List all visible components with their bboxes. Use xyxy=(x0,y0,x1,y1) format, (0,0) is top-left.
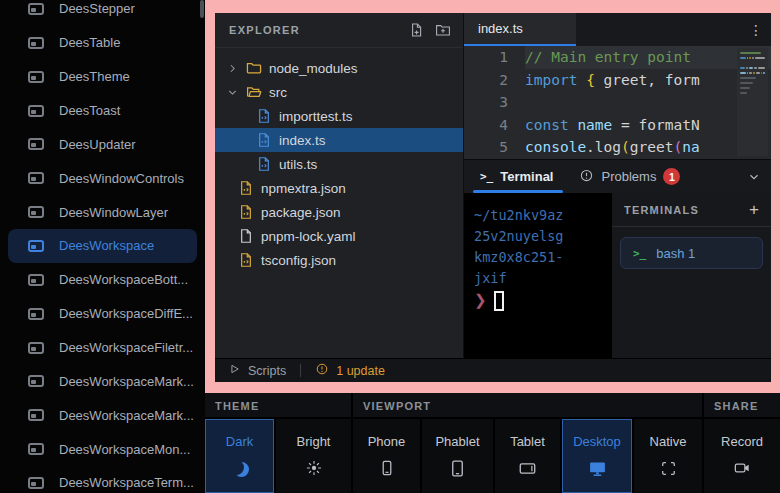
tree-item-label: tsconfig.json xyxy=(261,253,336,268)
sidebar-item-deestoast[interactable]: DeesToast xyxy=(8,94,197,128)
sidebar-item-deesworkspacemon[interactable]: DeesWorkspaceMon... xyxy=(8,432,197,466)
terminal-cursor xyxy=(494,291,504,311)
component-icon xyxy=(28,274,44,286)
sidebar-item-deesworkspacefiletr[interactable]: DeesWorkspaceFiletr... xyxy=(8,331,197,365)
chevron-down-icon[interactable] xyxy=(225,86,239,99)
sidebar-item-deesworkspacebott[interactable]: DeesWorkspaceBott... xyxy=(8,263,197,297)
catalog-toolbar: THEMEVIEWPORTSHARE DarkBrightPhonePhable… xyxy=(205,393,780,493)
editor-tab-index-ts[interactable]: index.ts xyxy=(464,13,576,46)
sidebar-item-label: DeesWorkspaceDiffE... xyxy=(59,306,193,321)
sidebar-item-label: DeesStepper xyxy=(59,1,135,16)
toolbar-button-label: Phone xyxy=(368,434,406,449)
sidebar-item-deesworkspaceterm[interactable]: DeesWorkspaceTerm... xyxy=(8,466,197,493)
sidebar-item-deesworkspacemark[interactable]: DeesWorkspaceMark... xyxy=(8,364,197,398)
explorer-header: EXPLORER xyxy=(215,13,463,48)
phablet-button[interactable]: Phablet xyxy=(422,419,493,493)
new-file-icon[interactable] xyxy=(409,22,425,38)
editor-column: index.ts ⋮ 1// Main entry point2import {… xyxy=(463,13,771,358)
shell-prompt: ❯ xyxy=(474,290,487,311)
desktop-icon xyxy=(588,458,607,478)
dark-button[interactable]: Dark xyxy=(205,419,274,493)
sidebar-item-deeswindowlayer[interactable]: DeesWindowLayer xyxy=(8,195,197,229)
sidebar-item-deestable[interactable]: DeesTable xyxy=(8,26,197,60)
phone-button[interactable]: Phone xyxy=(353,419,420,493)
tab-terminal-label: Terminal xyxy=(500,169,553,184)
sidebar-scrollbar[interactable] xyxy=(200,0,204,18)
toolbar-button-label: Bright xyxy=(297,434,331,449)
tab-terminal[interactable]: >_ Terminal xyxy=(480,160,553,193)
code-lines: 1// Main entry point2import { greet, for… xyxy=(464,46,771,159)
toolbar-section-share: SHARE xyxy=(704,393,780,417)
sidebar-item-label: DeesUpdater xyxy=(59,137,136,152)
sidebar-item-deestheme[interactable]: DeesTheme xyxy=(8,60,197,94)
tree-item-index-ts[interactable]: index.ts xyxy=(215,128,463,152)
sidebar-item-deesworkspacediffe[interactable]: DeesWorkspaceDiffE... xyxy=(8,297,197,331)
scripts-button[interactable]: Scripts xyxy=(227,362,286,379)
tree-item-tsconfig-json[interactable]: tsconfig.json xyxy=(215,248,463,272)
component-icon xyxy=(28,138,44,150)
chevron-down-icon[interactable] xyxy=(747,160,761,193)
json-file-icon xyxy=(238,180,254,196)
toolbar-button-label: Dark xyxy=(226,434,253,449)
sidebar-item-deesstepper[interactable]: DeesStepper xyxy=(8,0,197,26)
toolbar-button-label: Phablet xyxy=(435,434,479,449)
tree-item-package-json[interactable]: package.json xyxy=(215,200,463,224)
line-number: 3 xyxy=(464,91,508,114)
component-icon xyxy=(28,37,44,49)
new-folder-icon[interactable] xyxy=(435,22,451,38)
terminal-output[interactable]: ~/tu2nkv9az25v2nuyelsgkmz0x8c251-jxif ❯ xyxy=(464,193,610,358)
native-button[interactable]: Native xyxy=(634,419,702,493)
phone-icon xyxy=(378,458,396,478)
tree-item-node-modules[interactable]: node_modules xyxy=(215,56,463,80)
tree-item-pnpm-lock-yaml[interactable]: pnpm-lock.yaml xyxy=(215,224,463,248)
terminal-line: jxif xyxy=(474,268,610,289)
sidebar-item-deesworkspacemark[interactable]: DeesWorkspaceMark... xyxy=(8,398,197,432)
toolbar-button-label: Native xyxy=(650,434,687,449)
kebab-menu-icon[interactable]: ⋮ xyxy=(749,13,763,46)
sidebar-item-label: DeesWorkspaceBott... xyxy=(59,272,188,287)
component-icon xyxy=(28,105,44,117)
json-file-icon xyxy=(238,204,254,220)
component-icon xyxy=(28,3,44,15)
tree-item-label: node_modules xyxy=(269,61,358,76)
panel-tabbar: >_ Terminal Problems 1 xyxy=(464,159,771,193)
editor-tab-label: index.ts xyxy=(478,21,523,36)
chevron-right-icon[interactable] xyxy=(225,62,239,75)
toolbar-section-label: THEME xyxy=(215,400,260,412)
desktop-button[interactable]: Desktop xyxy=(562,419,632,493)
component-icon xyxy=(28,375,44,387)
sidebar-item-label: DeesTheme xyxy=(59,69,130,84)
terminal-session-bash-1[interactable]: >_ bash 1 xyxy=(620,237,763,269)
update-label: 1 update xyxy=(336,364,385,378)
line-number: 5 xyxy=(464,136,508,159)
code-line-text: console.log(greet(na xyxy=(525,136,771,159)
update-button[interactable]: 1 update xyxy=(315,362,385,379)
component-icon xyxy=(28,443,44,455)
bright-button[interactable]: Bright xyxy=(276,419,351,493)
sun-icon xyxy=(305,458,323,478)
minimap[interactable] xyxy=(737,48,768,156)
file-icon xyxy=(238,228,254,244)
add-terminal-icon[interactable]: + xyxy=(749,200,759,220)
sidebar-item-deesworkspace[interactable]: DeesWorkspace xyxy=(8,229,197,263)
sidebar-item-deeswindowcontrols[interactable]: DeesWindowControls xyxy=(8,161,197,195)
tree-item-importtest-ts[interactable]: importtest.ts xyxy=(215,104,463,128)
tree-item-label: index.ts xyxy=(279,133,326,148)
toolbar-button-label: Tablet xyxy=(510,434,545,449)
code-editor[interactable]: 1// Main entry point2import { greet, for… xyxy=(464,46,771,159)
line-number: 4 xyxy=(464,114,508,137)
component-sidebar: DeesStepperDeesTableDeesThemeDeesToastDe… xyxy=(0,0,205,493)
moon-icon xyxy=(229,458,250,478)
tab-problems[interactable]: Problems 1 xyxy=(579,160,680,193)
sidebar-item-deesupdater[interactable]: DeesUpdater xyxy=(8,127,197,161)
tablet-button[interactable]: Tablet xyxy=(495,419,560,493)
folder-open-icon xyxy=(246,84,262,100)
tree-item-npmextra-json[interactable]: npmextra.json xyxy=(215,176,463,200)
tree-item-utils-ts[interactable]: utils.ts xyxy=(215,152,463,176)
terminals-panel: TERMINALS + >_ bash 1 xyxy=(610,193,771,358)
problems-badge: 1 xyxy=(663,168,680,185)
record-button[interactable]: Record xyxy=(704,419,780,493)
tree-item-src[interactable]: src xyxy=(215,80,463,104)
code-line: 3 xyxy=(464,91,771,114)
file-tree: node_modulessrcimporttest.tsindex.tsutil… xyxy=(215,48,463,272)
